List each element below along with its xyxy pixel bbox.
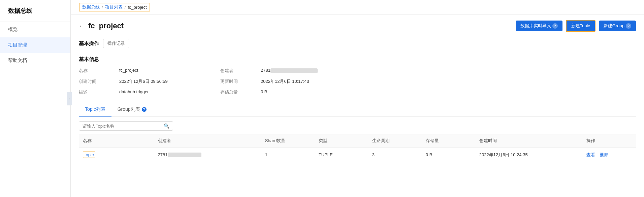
info-value-name: fc_project (119, 67, 220, 75)
th-action: 操作 (582, 134, 636, 147)
sidebar-item-help-docs[interactable]: 帮助文档 (0, 53, 70, 68)
breadcrumb-sep-1: / (102, 5, 103, 10)
basic-info-title: 基本信息 (79, 56, 636, 63)
main-content: 数据总线 / 项目列表 / fc_project ← fc_project 数据… (71, 0, 644, 197)
new-topic-button[interactable]: 新建Topic (566, 20, 595, 32)
search-input[interactable] (83, 124, 162, 129)
creator-blurred (270, 68, 318, 73)
info-value-storage-total: 0 B (261, 88, 636, 96)
ops-log-button[interactable]: 操作记录 (103, 39, 129, 48)
td-actions: 查看 删除 (582, 147, 636, 162)
header-actions: 数据库实时导入 ? 新建Topic 新建Group ? (516, 20, 636, 32)
import-help-icon[interactable]: ? (552, 23, 558, 29)
page-header-top: ← fc_project 数据库实时导入 ? 新建Topic 新建Group ? (79, 20, 636, 32)
content-area: ← fc_project 数据库实时导入 ? 新建Topic 新建Group ?… (71, 14, 644, 197)
sidebar-item-project-mgmt[interactable]: 项目管理 (0, 37, 70, 53)
basic-ops-label: 基本操作 (79, 40, 99, 47)
basic-info-section: 基本信息 名称 fc_project 创建者 2781 创建时间 2022年12… (79, 51, 636, 100)
new-group-button[interactable]: 新建Group ? (599, 21, 636, 31)
breadcrumb: 数据总线 / 项目列表 / fc_project (79, 3, 150, 11)
new-group-help-icon[interactable]: ? (626, 23, 631, 29)
info-label-creator: 创建者 (220, 67, 261, 75)
th-shard: Shard数量 (261, 134, 315, 147)
table-row: topic 2781 1 TUPLE 3 0 B 2022年12月6日 10:2… (79, 147, 636, 162)
sidebar-collapse-btn[interactable]: ‹ (67, 92, 72, 105)
tab-topic-list[interactable]: Topic列表 (79, 103, 111, 117)
tabs-bar: Topic列表 Group列表 ? (79, 103, 636, 117)
td-storage: 0 B (422, 147, 475, 162)
topic-table: 名称 创建者 Shard数量 类型 生命周期 存储量 创建时间 操作 topic (79, 134, 636, 162)
basic-ops-row: 基本操作 操作记录 (79, 36, 636, 51)
info-label-desc: 描述 (79, 88, 119, 96)
info-label-update-time: 更新时间 (220, 77, 261, 86)
th-lifecycle: 生命周期 (368, 134, 422, 147)
import-realtime-button[interactable]: 数据库实时导入 ? (516, 21, 562, 31)
search-icon[interactable]: 🔍 (164, 123, 169, 129)
info-label-name: 名称 (79, 67, 119, 75)
info-value-update-time: 2022年12月6日 10:17:43 (261, 77, 636, 86)
group-list-help-icon[interactable]: ? (142, 107, 147, 112)
sidebar-title: 数据总线 (0, 0, 70, 22)
td-name: topic (79, 147, 154, 162)
breadcrumb-sep-2: / (125, 5, 126, 10)
tab-group-list[interactable]: Group列表 ? (111, 103, 153, 117)
info-value-create-time: 2022年12月6日 09:56:59 (119, 77, 220, 86)
th-created-time: 创建时间 (475, 134, 582, 147)
th-creator: 创建者 (154, 134, 261, 147)
action-view-link[interactable]: 查看 (586, 152, 595, 157)
page-title: fc_project (88, 22, 124, 30)
info-label-create-time: 创建时间 (79, 77, 119, 86)
sidebar: 数据总线 概览 项目管理 帮助文档 (0, 0, 71, 197)
th-type: 类型 (315, 134, 368, 147)
info-grid: 名称 fc_project 创建者 2781 创建时间 2022年12月6日 0… (79, 67, 636, 96)
breadcrumb-item-project-list[interactable]: 项目列表 (105, 4, 123, 10)
td-created-time: 2022年12月6日 10:24:35 (475, 147, 582, 162)
info-value-creator: 2781 (261, 67, 636, 75)
row-creator-blurred (168, 153, 201, 157)
table-header: 名称 创建者 Shard数量 类型 生命周期 存储量 创建时间 操作 (79, 134, 636, 147)
breadcrumb-bar: 数据总线 / 项目列表 / fc_project (71, 0, 644, 14)
td-lifecycle: 3 (368, 147, 422, 162)
topic-name-link[interactable]: topic (83, 152, 95, 158)
th-storage: 存储量 (422, 134, 475, 147)
table-body: topic 2781 1 TUPLE 3 0 B 2022年12月6日 10:2… (79, 147, 636, 162)
back-arrow-btn[interactable]: ← (79, 23, 85, 30)
info-value-desc: datahub trigger (119, 88, 220, 96)
breadcrumb-item-home[interactable]: 数据总线 (82, 4, 100, 10)
th-name: 名称 (79, 134, 154, 147)
search-row: 🔍 (79, 117, 636, 134)
td-shard: 1 (261, 147, 315, 162)
search-input-wrap: 🔍 (79, 121, 173, 131)
page-title-row: ← fc_project (79, 22, 124, 30)
td-creator: 2781 (154, 147, 261, 162)
sidebar-item-overview[interactable]: 概览 (0, 22, 70, 37)
breadcrumb-item-current: fc_project (128, 5, 147, 10)
info-label-storage-total: 存储总量 (220, 88, 261, 96)
td-type: TUPLE (315, 147, 368, 162)
action-delete-link[interactable]: 删除 (600, 152, 609, 157)
